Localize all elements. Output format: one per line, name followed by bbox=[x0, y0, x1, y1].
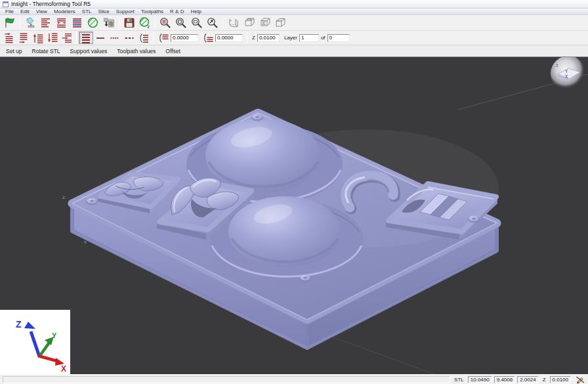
title-bar: Insight - Thermoforming Tool R5 bbox=[0, 0, 588, 9]
layer-colors-icon bbox=[71, 16, 84, 29]
view-front-button[interactable] bbox=[257, 16, 272, 30]
layer-down-icon bbox=[47, 32, 58, 44]
menu-view[interactable]: View bbox=[33, 9, 51, 15]
tab-support-values[interactable]: Support values bbox=[70, 48, 108, 54]
ball-z-label: Z bbox=[556, 64, 558, 68]
view-bottom-button[interactable] bbox=[225, 16, 241, 30]
zoom-layers-button[interactable] bbox=[158, 16, 173, 30]
range-start-input[interactable] bbox=[171, 34, 198, 42]
show-one-curve-button[interactable] bbox=[93, 32, 108, 44]
dash-style-coarse-button[interactable] bbox=[122, 32, 136, 44]
window-title: Insight - Thermoforming Tool R5 bbox=[11, 1, 91, 7]
range-stop-input[interactable] bbox=[215, 34, 243, 42]
range-start-group bbox=[158, 32, 198, 44]
tab-toolpath-values[interactable]: Toolpath values bbox=[117, 48, 156, 54]
layer-count-input[interactable] bbox=[327, 34, 350, 42]
menu-file[interactable]: File bbox=[2, 9, 17, 15]
menu-slice[interactable]: Slice bbox=[94, 9, 112, 15]
triad-y-label: Y bbox=[52, 331, 57, 339]
dash-style-fine-icon bbox=[109, 32, 121, 44]
menu-help[interactable]: Help bbox=[187, 9, 204, 15]
svg-text:z: z bbox=[148, 24, 150, 29]
layer-up-button[interactable] bbox=[31, 32, 45, 44]
last-layer-button[interactable] bbox=[16, 32, 31, 44]
menu-toolpaths[interactable]: Toolpaths bbox=[138, 9, 167, 15]
toolbar-separator bbox=[119, 17, 119, 29]
layer-number-input[interactable] bbox=[299, 34, 319, 42]
view-bottom-icon bbox=[226, 16, 240, 29]
origin-z-label: z bbox=[62, 194, 65, 200]
dash-style-fine-button[interactable] bbox=[108, 32, 122, 44]
slice-button[interactable] bbox=[85, 16, 101, 30]
z-height-input[interactable] bbox=[257, 34, 280, 42]
zoom-layers-icon bbox=[159, 16, 172, 29]
z-label: Z bbox=[251, 35, 256, 41]
start-flag-icon bbox=[3, 16, 16, 29]
ball-x-label: X bbox=[565, 74, 568, 79]
status-z-label: Z bbox=[541, 377, 548, 383]
main-toolbar: z bbox=[0, 15, 588, 31]
first-layer-icon bbox=[3, 32, 15, 44]
last-layer-icon bbox=[18, 32, 30, 44]
dash-style-coarse-icon bbox=[123, 32, 135, 44]
toolpath-groups-icon bbox=[39, 16, 52, 29]
zoom-in-button[interactable] bbox=[173, 16, 189, 30]
tab-rotate-stl[interactable]: Rotate STL bbox=[32, 48, 60, 54]
status-height-value: 0.0100 bbox=[550, 376, 571, 383]
process-tab-strip: Set up Rotate STL Support values Toolpat… bbox=[0, 45, 588, 57]
triad-z-label: Z bbox=[16, 319, 22, 330]
layer-colors-button[interactable] bbox=[70, 16, 85, 30]
menu-rd[interactable]: R & D bbox=[167, 9, 187, 15]
viewport-canvas[interactable]: z x Z Y X Z Y X bbox=[0, 57, 588, 374]
first-layer-button[interactable] bbox=[2, 32, 16, 44]
edit-disabled-icon bbox=[576, 375, 585, 384]
status-message-panel bbox=[3, 376, 450, 383]
layer-number-group: Layer of bbox=[284, 34, 350, 42]
group-curves-button[interactable] bbox=[136, 32, 151, 44]
show-one-curve-icon bbox=[94, 32, 106, 44]
z-height-group: Z bbox=[251, 34, 280, 42]
toolbar-separator bbox=[155, 17, 156, 29]
view-iso-icon bbox=[274, 16, 287, 29]
zoom-extents-button[interactable] bbox=[205, 16, 220, 30]
menu-edit[interactable]: Edit bbox=[17, 9, 33, 15]
tab-offset[interactable]: Offset bbox=[165, 48, 180, 54]
menu-support[interactable]: Support bbox=[113, 9, 138, 15]
save-button[interactable] bbox=[121, 16, 137, 30]
layer-up-icon bbox=[32, 32, 44, 44]
slice-z-icon: z bbox=[138, 16, 152, 29]
goto-layer-icon bbox=[61, 32, 73, 44]
tab-set-up[interactable]: Set up bbox=[6, 48, 22, 54]
ball-y-label: Y bbox=[565, 69, 568, 74]
toolbar-separator bbox=[222, 17, 223, 29]
menu-bar: File Edit View Modelers STL Slice Suppor… bbox=[0, 9, 588, 15]
start-flag-button[interactable] bbox=[2, 16, 18, 30]
goto-layer-button[interactable] bbox=[60, 32, 74, 44]
status-stl-label: STL bbox=[452, 377, 466, 383]
toolbar-separator bbox=[247, 32, 247, 44]
view-iso-button[interactable] bbox=[272, 16, 288, 30]
stl-model[interactable] bbox=[72, 113, 499, 348]
menu-modelers[interactable]: Modelers bbox=[51, 9, 79, 15]
save-icon bbox=[123, 16, 136, 29]
toolbar-separator bbox=[20, 17, 20, 29]
orientation-ball[interactable]: Z Y X bbox=[551, 57, 586, 91]
menu-stl[interactable]: STL bbox=[79, 9, 95, 15]
split-layers-button[interactable] bbox=[54, 16, 70, 30]
status-y-value: 9.4006 bbox=[494, 376, 515, 383]
slice-z-button[interactable]: z bbox=[137, 16, 153, 30]
app-icon bbox=[3, 1, 9, 7]
status-bar: STL 10.0490 9.4006 2.0024 Z 0.0100 bbox=[0, 374, 588, 384]
toolpath-groups-button[interactable] bbox=[38, 16, 54, 30]
range-start-icon bbox=[158, 32, 169, 44]
zoom-extents-icon bbox=[206, 16, 219, 29]
zoom-out-button[interactable] bbox=[189, 16, 205, 30]
view-top-button[interactable] bbox=[241, 16, 257, 30]
show-all-curves-button[interactable] bbox=[79, 32, 93, 44]
zoom-in-icon bbox=[175, 16, 188, 29]
status-z-value: 2.0024 bbox=[517, 376, 538, 383]
layer-down-button[interactable] bbox=[45, 32, 60, 44]
modeler-setup-button[interactable] bbox=[22, 16, 38, 30]
build-job-button[interactable] bbox=[101, 16, 117, 30]
triad-x-label: X bbox=[61, 364, 66, 373]
